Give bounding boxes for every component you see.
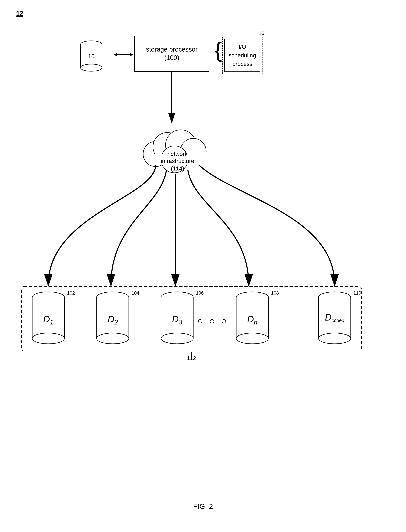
storage-processor-box: storage processor (100) xyxy=(134,36,209,72)
svg-text:108: 108 xyxy=(271,290,279,296)
svg-point-37 xyxy=(161,292,193,303)
svg-text:110: 110 xyxy=(353,290,361,296)
svg-text:Dn: Dn xyxy=(247,314,257,326)
svg-text:106: 106 xyxy=(196,290,204,296)
svg-rect-59 xyxy=(22,287,362,351)
io-label-line1: I/O xyxy=(239,44,246,50)
svg-text:D2: D2 xyxy=(108,314,118,326)
svg-point-0 xyxy=(80,41,102,48)
figure-label: FIG. 2 xyxy=(193,502,213,510)
svg-text:D1: D1 xyxy=(43,314,53,326)
svg-text:104: 104 xyxy=(131,290,139,296)
svg-marker-8 xyxy=(130,53,133,56)
svg-point-45 xyxy=(236,292,268,303)
svg-point-13 xyxy=(143,141,168,167)
svg-text:102: 102 xyxy=(67,290,75,296)
svg-point-15 xyxy=(166,130,196,160)
svg-rect-24 xyxy=(32,297,65,339)
svg-point-4 xyxy=(80,64,102,71)
svg-text:D3: D3 xyxy=(172,314,182,326)
io-label-line2: scheduling xyxy=(229,52,256,59)
svg-text:○ ○ ○: ○ ○ ○ xyxy=(197,316,228,326)
svg-rect-18 xyxy=(149,154,207,165)
svg-point-23 xyxy=(32,292,65,303)
svg-point-16 xyxy=(180,138,206,164)
page-number: 12 xyxy=(16,10,23,17)
svg-rect-46 xyxy=(236,297,268,339)
svg-point-34 xyxy=(97,333,129,344)
svg-marker-7 xyxy=(114,53,117,56)
svg-rect-38 xyxy=(161,297,193,339)
svg-point-14 xyxy=(153,133,182,161)
storage-processor-label: storage processor xyxy=(146,46,197,53)
svg-rect-31 xyxy=(97,297,129,339)
svg-point-41 xyxy=(161,333,193,344)
svg-point-49 xyxy=(236,333,268,344)
svg-rect-53 xyxy=(319,297,351,339)
svg-text:16: 16 xyxy=(88,53,94,59)
svg-point-52 xyxy=(319,292,351,303)
svg-text:112: 112 xyxy=(187,355,196,361)
svg-point-27 xyxy=(32,333,65,344)
svg-point-56 xyxy=(319,333,351,344)
io-ref-label: 10 xyxy=(259,30,264,36)
diagram-svg: 16 { network infrastructure (114) xyxy=(0,0,406,532)
svg-text:network: network xyxy=(167,151,188,157)
svg-text:{: { xyxy=(215,38,222,62)
storage-processor-id: (100) xyxy=(164,54,179,61)
svg-text:Dcoded: Dcoded xyxy=(325,312,345,323)
io-label-line3: process xyxy=(232,61,252,67)
svg-point-17 xyxy=(161,146,188,173)
svg-point-30 xyxy=(97,292,129,303)
svg-text:infrastructure: infrastructure xyxy=(161,158,194,164)
io-scheduling-container: 10 I/O scheduling process xyxy=(222,37,262,74)
svg-rect-1 xyxy=(80,44,102,68)
svg-text:(114): (114) xyxy=(171,165,184,172)
